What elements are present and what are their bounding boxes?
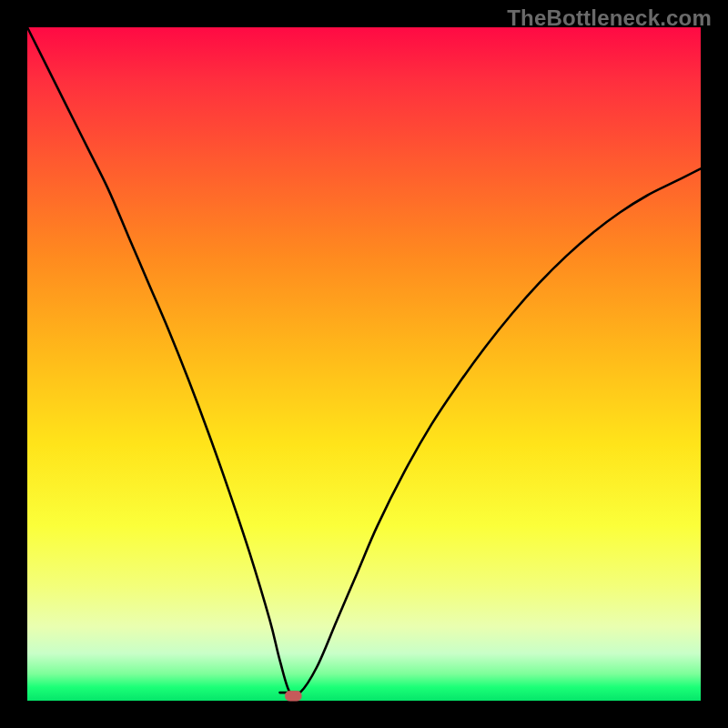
plot-area <box>27 27 701 701</box>
chart-svg <box>27 27 701 701</box>
bottleneck-curve <box>27 27 701 696</box>
minimum-marker <box>285 691 301 701</box>
chart-frame: TheBottleneck.com <box>0 0 728 728</box>
